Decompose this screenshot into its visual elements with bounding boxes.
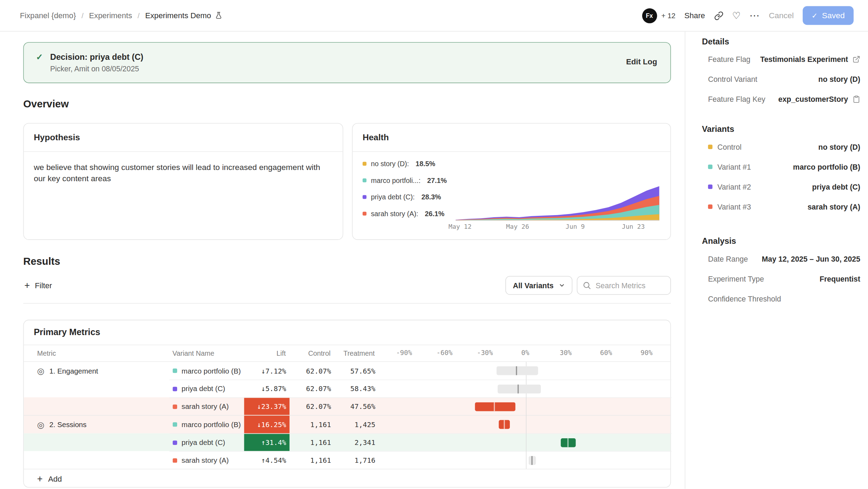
results-heading: Results bbox=[23, 256, 60, 267]
results-toolbar: + Filter All Variants bbox=[23, 276, 671, 295]
treatment-value: 47.56% bbox=[334, 402, 378, 411]
variant-row-left: Variant #3 bbox=[708, 203, 751, 211]
legend-value: 27.1% bbox=[427, 177, 447, 184]
ci-point-tick bbox=[504, 420, 505, 429]
row-cells: marco portfolio (B)↓16.25%1,1611,425 bbox=[169, 416, 672, 433]
variant-cell: priya debt (C) bbox=[169, 438, 244, 447]
table-row[interactable]: sarah story (A)↑4.54%1,1611,716 bbox=[24, 451, 670, 469]
axis-tick-label: 30% bbox=[560, 349, 572, 357]
analysis-section: Analysis Date Range May 12, 2025 – Jun 3… bbox=[702, 235, 860, 309]
variant-label: Variant #2 bbox=[717, 183, 751, 191]
chart-x-label: May 26 bbox=[506, 223, 529, 231]
variant-row: Variant #3sarah story (A) bbox=[702, 197, 860, 217]
legend-value: 28.3% bbox=[421, 193, 441, 201]
primary-metrics-title: Primary Metrics bbox=[24, 320, 670, 345]
metric-name: 1. Engagement bbox=[49, 367, 98, 375]
health-chart-svg bbox=[456, 182, 659, 221]
details-section: Details Feature Flag Testimonials Experi… bbox=[702, 36, 860, 109]
lift-value: ↓16.25% bbox=[244, 416, 290, 433]
metric-cell: ◎1. Engagement bbox=[24, 362, 169, 380]
control-value: 1,161 bbox=[290, 438, 334, 447]
variant-name: sarah story (A) bbox=[182, 456, 229, 465]
app-window: Fixpanel {demo} / Experiments / Experime… bbox=[0, 0, 868, 489]
analysis-value: May 12, 2025 – Jun 30, 2025 bbox=[762, 255, 860, 263]
variant-cell: sarah story (A) bbox=[169, 456, 244, 465]
variant-cell: priya debt (C) bbox=[169, 384, 244, 393]
legend-item: marco portfoli...:27.1% bbox=[363, 176, 456, 185]
hypothesis-card-title: Hypothesis bbox=[24, 123, 342, 152]
cancel-button[interactable]: Cancel bbox=[769, 11, 794, 20]
analysis-label: Experiment Type bbox=[708, 275, 764, 283]
variant-name: marco portfolio (B) bbox=[182, 367, 241, 375]
axis-tick-label: -60% bbox=[436, 349, 453, 357]
decision-title: Decision: priya debt (C) bbox=[50, 51, 143, 63]
more-options-icon[interactable]: ⋯ bbox=[750, 10, 760, 21]
lift-value: ↑31.4% bbox=[244, 434, 290, 451]
sidebar-variants-list: Controlno story (D)Variant #1marco portf… bbox=[702, 137, 860, 217]
collaborators-count[interactable]: + 12 bbox=[661, 11, 675, 20]
legend-label: priya debt (C): bbox=[371, 193, 414, 201]
control-value: 1,161 bbox=[290, 456, 334, 465]
column-treatment: Treatment bbox=[333, 349, 378, 357]
favorite-heart-icon[interactable]: ♡ bbox=[732, 11, 740, 20]
chart-x-label: Jun 23 bbox=[622, 223, 645, 231]
row-cells: marco portfolio (B)↓7.12%62.07%57.65% bbox=[169, 362, 672, 380]
detail-label: Control Variant bbox=[708, 75, 757, 84]
table-row[interactable]: ◎1. Engagementmarco portfolio (B)↓7.12%6… bbox=[24, 362, 670, 380]
table-row[interactable]: ◎2. Sessionsmarco portfolio (B)↓16.25%1,… bbox=[24, 415, 670, 433]
overview-heading: Overview bbox=[23, 99, 69, 109]
hypothesis-body: we believe that showing customer stories… bbox=[24, 152, 342, 194]
axis-tick-label: 90% bbox=[641, 349, 652, 357]
edit-log-button[interactable]: Edit Log bbox=[626, 57, 657, 66]
axis-tick-label: -90% bbox=[396, 349, 412, 357]
header-actions: Fx + 12 Share ♡ ⋯ Cancel ✓ Saved bbox=[642, 6, 854, 25]
chevron-down-icon bbox=[558, 282, 565, 289]
section-divider bbox=[23, 303, 671, 304]
analysis-row-date-range: Date Range May 12, 2025 – Jun 30, 2025 bbox=[702, 249, 860, 269]
copy-link-icon[interactable] bbox=[714, 11, 723, 20]
clipboard-icon[interactable] bbox=[853, 95, 860, 103]
metric-cell bbox=[24, 380, 169, 397]
avatar[interactable]: Fx bbox=[642, 8, 657, 23]
health-card: Health no story (D):18.5%marco portfoli.… bbox=[352, 123, 671, 240]
add-metric-button[interactable]: + Add bbox=[24, 469, 670, 488]
ci-point-tick bbox=[518, 384, 519, 393]
analysis-title: Analysis bbox=[702, 235, 860, 247]
ci-point-tick bbox=[494, 402, 495, 411]
lift-value: ↓7.12% bbox=[244, 362, 290, 380]
metric-name: 2. Sessions bbox=[49, 420, 86, 429]
health-card-title: Health bbox=[353, 123, 670, 152]
check-icon: ✓ bbox=[36, 52, 43, 62]
variant-swatch bbox=[173, 440, 177, 445]
legend-swatch bbox=[363, 178, 367, 182]
breadcrumb-project[interactable]: Fixpanel {demo} bbox=[20, 11, 76, 20]
row-cells: sarah story (A)↓23.37%62.07%47.56% bbox=[169, 397, 672, 415]
lift-value: ↑4.54% bbox=[244, 452, 290, 469]
share-button[interactable]: Share bbox=[684, 11, 705, 20]
hypothesis-card: Hypothesis we believe that showing custo… bbox=[23, 123, 343, 240]
health-legend: no story (D):18.5%marco portfoli...:27.1… bbox=[363, 152, 456, 240]
saved-button[interactable]: ✓ Saved bbox=[803, 6, 854, 25]
control-value: 1,161 bbox=[290, 420, 334, 429]
target-icon: ◎ bbox=[37, 367, 44, 375]
ci-bar bbox=[498, 384, 541, 393]
ci-chart-cell bbox=[389, 380, 672, 397]
legend-value: 26.1% bbox=[425, 210, 444, 218]
external-link-icon[interactable] bbox=[853, 55, 860, 63]
health-x-labels: May 12May 26Jun 9Jun 23 bbox=[456, 223, 659, 231]
ci-axis: -90%-60%-30%0%30%60%90% bbox=[389, 345, 671, 361]
table-row[interactable]: priya debt (C)↑31.4%1,1612,341 bbox=[24, 433, 670, 451]
add-filter-button[interactable]: + Filter bbox=[23, 281, 52, 290]
variant-value: no story (D) bbox=[818, 143, 860, 151]
breadcrumb-experiments[interactable]: Experiments bbox=[89, 11, 132, 20]
legend-value: 18.5% bbox=[415, 160, 435, 168]
row-cells: sarah story (A)↑4.54%1,1611,716 bbox=[169, 451, 672, 469]
variant-row: Controlno story (D) bbox=[702, 137, 860, 157]
metric-cell: ◎2. Sessions bbox=[24, 416, 169, 433]
metric-cell bbox=[24, 397, 169, 415]
plus-icon: + bbox=[24, 281, 30, 290]
metrics-table-body: ◎1. Engagementmarco portfolio (B)↓7.12%6… bbox=[24, 362, 670, 469]
table-row[interactable]: sarah story (A)↓23.37%62.07%47.56% bbox=[24, 397, 670, 415]
table-row[interactable]: priya debt (C)↓5.87%62.07%58.43% bbox=[24, 380, 670, 397]
variant-filter-dropdown[interactable]: All Variants bbox=[506, 276, 572, 295]
